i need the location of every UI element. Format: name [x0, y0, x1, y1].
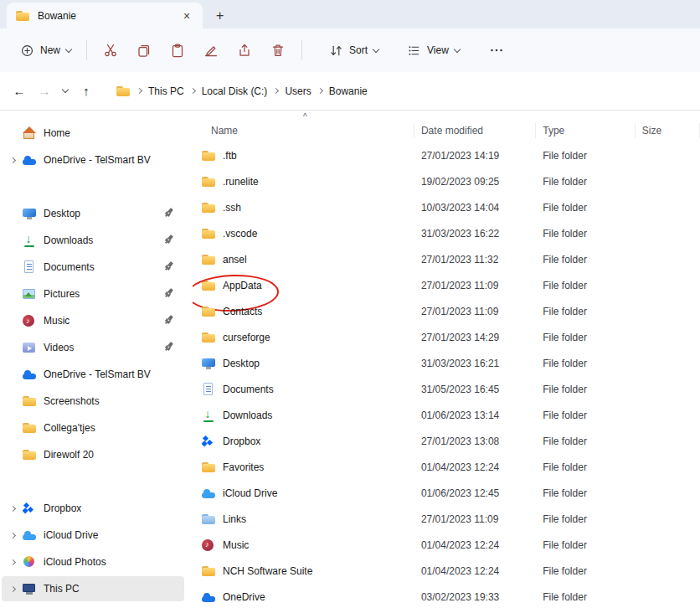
sidebar-item-icon-wrap [20, 582, 39, 595]
date-modified-cell: 27/01/2023 14:29 [414, 332, 536, 343]
expand-chevron-icon[interactable] [5, 587, 20, 591]
column-header-name[interactable]: Name [193, 123, 414, 138]
file-row-favorites[interactable]: Favorites 01/04/2023 12:24 File folder [193, 454, 700, 480]
file-row-runelite[interactable]: .runelite 19/02/2023 09:25 File folder [193, 168, 700, 194]
sidebar-item-downloads[interactable]: Downloads [2, 228, 184, 253]
documents-icon [22, 260, 37, 274]
folder-icon [201, 279, 216, 292]
file-row-ftb[interactable]: .ftb 27/01/2023 14:19 File folder [193, 142, 700, 168]
sidebar-item-this-pc[interactable]: This PC [2, 576, 184, 601]
sidebar-item-collega-tjes[interactable]: Collega'tjes [2, 415, 184, 441]
copy-button[interactable] [127, 35, 161, 65]
pin-icon [162, 312, 177, 327]
back-button[interactable]: ← [7, 79, 32, 104]
file-row-dropbox[interactable]: Dropbox 27/01/2023 13:08 File folder [193, 428, 700, 454]
file-row-links[interactable]: Links 27/01/2023 11:09 File folder [193, 506, 700, 532]
file-type-cell: File folder [536, 539, 636, 551]
column-header-date-modified[interactable]: Date modified [414, 123, 536, 138]
file-explorer-window: Bowanie × + New [0, 0, 700, 608]
sidebar-item-desktop[interactable]: Desktop [2, 201, 184, 226]
sidebar-item-icloud-photos[interactable]: iCloud Photos [2, 549, 184, 575]
file-row-documents[interactable]: Documents 31/05/2023 16:45 File folder [193, 376, 700, 402]
file-row-nch-software-suite[interactable]: NCH Software Suite 01/04/2023 12:24 File… [193, 558, 700, 584]
file-name: .ftb [223, 150, 237, 162]
sidebar-item-home[interactable]: Home [2, 121, 184, 146]
pin-wrap [164, 260, 174, 274]
breadcrumb-users[interactable]: Users [285, 85, 311, 97]
view-list-icon [407, 44, 421, 58]
expand-chevron-icon[interactable] [5, 560, 20, 564]
folder-icon [116, 85, 131, 98]
share-button[interactable] [228, 35, 261, 65]
sidebar-item-videos[interactable]: Videos [2, 335, 184, 360]
file-name-cell: curseforge [193, 331, 414, 344]
file-type-cell: File folder [536, 565, 636, 577]
file-row-curseforge[interactable]: curseforge 27/01/2023 14:29 File folder [193, 324, 700, 350]
folder-icon [201, 149, 216, 162]
new-tab-button[interactable]: + [216, 9, 224, 23]
sidebar-item-onedrive-telsmart-bv[interactable]: OneDrive - TelSmart BV [2, 362, 184, 387]
file-list-pane: ^ Name Date modified Type Size .ftb 27/0… [193, 111, 700, 608]
file-row-ssh[interactable]: .ssh 10/03/2023 14:04 File folder [193, 194, 700, 220]
tab-close-icon[interactable]: × [179, 9, 194, 23]
folder-icon [22, 394, 37, 408]
breadcrumb-bowanie[interactable]: Bowanie [329, 85, 368, 97]
sidebar-item-music[interactable]: Music [2, 308, 184, 333]
file-row-downloads[interactable]: Downloads 01/06/2023 13:14 File folder [193, 402, 700, 428]
file-type-cell: File folder [536, 384, 636, 395]
more-button[interactable] [480, 35, 513, 65]
file-name: Contacts [223, 306, 262, 317]
recent-locations-button[interactable] [57, 79, 74, 104]
column-header-type[interactable]: Type [536, 123, 636, 138]
sidebar-item-icloud-drive[interactable]: iCloud Drive [2, 523, 184, 548]
sidebar-item-pictures[interactable]: Pictures [2, 281, 184, 307]
file-row-desktop[interactable]: Desktop 31/03/2023 16:21 File folder [193, 350, 700, 376]
file-row-music[interactable]: Music 01/04/2023 12:24 File folder [193, 532, 700, 558]
pin-wrap [164, 234, 174, 247]
sidebar-item-documents[interactable]: Documents [2, 255, 184, 280]
delete-button[interactable] [261, 35, 295, 65]
cut-button[interactable] [94, 35, 127, 65]
view-button[interactable]: View [399, 38, 468, 64]
file-row-contacts[interactable]: Contacts 27/01/2023 11:09 File folder [193, 298, 700, 324]
file-type-cell: File folder [536, 150, 636, 162]
file-row-vscode[interactable]: .vscode 31/03/2023 16:22 File folder [193, 220, 700, 246]
breadcrumb-this-pc[interactable]: This PC [148, 85, 184, 97]
sidebar-item-label: Pictures [44, 288, 80, 300]
sort-button[interactable]: Sort [321, 38, 387, 64]
pin-wrap [164, 314, 174, 327]
date-modified-cell: 01/04/2023 12:24 [414, 461, 536, 473]
tab-bar: Bowanie × + [0, 0, 700, 28]
sidebar-item-direwolf-20[interactable]: Direwolf 20 [2, 442, 184, 467]
sidebar-item-label: iCloud Drive [44, 529, 98, 541]
file-row-ansel[interactable]: ansel 27/01/2023 11:32 File folder [193, 246, 700, 272]
rename-button[interactable] [194, 35, 228, 65]
file-row-icloud-drive[interactable]: iCloud Drive 01/06/2023 12:45 File folde… [193, 480, 700, 506]
main-area: Home OneDrive - TelSmart BV Desktop Down… [0, 111, 700, 608]
new-button[interactable]: New [12, 38, 80, 64]
expand-chevron-icon[interactable] [5, 158, 20, 162]
expand-chevron-icon[interactable] [5, 533, 20, 538]
sidebar-gap [0, 174, 193, 201]
expand-chevron-icon[interactable] [5, 507, 20, 511]
paste-button[interactable] [161, 35, 194, 65]
breadcrumb-local-disk-c[interactable]: Local Disk (C:) [202, 85, 268, 97]
column-header-size[interactable]: Size [636, 123, 700, 138]
file-name-cell: OneDrive [193, 590, 414, 604]
file-row-appdata[interactable]: AppData 27/01/2023 11:09 File folder [193, 272, 700, 298]
pin-icon [162, 339, 177, 354]
tab-bowanie[interactable]: Bowanie × [7, 3, 203, 28]
chevron-right-icon [9, 585, 15, 591]
date-modified-cell: 01/04/2023 12:24 [414, 539, 536, 551]
file-name: AppData [223, 280, 262, 291]
file-row-onedrive[interactable]: OneDrive 03/02/2023 19:33 File folder [193, 584, 700, 608]
file-name-cell: AppData [193, 279, 414, 292]
sidebar-item-screenshots[interactable]: Screenshots [2, 389, 184, 414]
sidebar-item-onedrive-telsmart-bv[interactable]: OneDrive - TelSmart BV [2, 147, 184, 173]
up-button[interactable]: ↑ [74, 79, 99, 104]
folder-icon [201, 175, 216, 188]
sidebar-item-dropbox[interactable]: Dropbox [2, 496, 184, 521]
file-name: NCH Software Suite [223, 565, 312, 577]
forward-button[interactable]: → [32, 79, 57, 104]
file-name-cell: .vscode [193, 227, 414, 240]
